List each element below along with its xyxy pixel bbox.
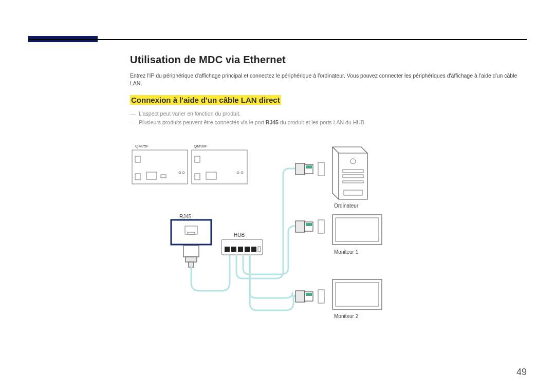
- rj45-plug: [183, 246, 199, 267]
- svg-rect-46: [336, 283, 379, 306]
- diagram-svg: [131, 144, 398, 329]
- svg-rect-23: [245, 247, 250, 252]
- monitor2-label: Moniteur 2: [334, 313, 358, 319]
- svg-rect-35: [295, 221, 305, 232]
- svg-rect-22: [238, 247, 243, 252]
- svg-point-11: [237, 172, 239, 174]
- svg-rect-24: [251, 247, 256, 252]
- svg-point-12: [241, 172, 243, 174]
- computer-label: Ordinateur: [334, 203, 358, 209]
- page-number: 49: [516, 367, 527, 378]
- plug-to-monitor2: [295, 290, 324, 303]
- dash-icon: ―: [130, 110, 137, 117]
- svg-rect-16: [183, 246, 199, 257]
- svg-rect-17: [186, 257, 197, 262]
- svg-point-6: [182, 172, 184, 174]
- monitor-1: [332, 215, 382, 245]
- svg-rect-37: [306, 223, 312, 226]
- note-line-1: ― L'aspect peut varier en fonction du pr…: [130, 110, 526, 117]
- svg-rect-31: [343, 170, 363, 173]
- svg-rect-25: [258, 247, 261, 252]
- svg-rect-33: [343, 181, 363, 183]
- svg-point-30: [350, 159, 356, 164]
- svg-rect-20: [225, 247, 230, 252]
- svg-rect-15: [188, 232, 195, 234]
- svg-rect-29: [318, 162, 324, 176]
- svg-rect-40: [336, 218, 379, 241]
- model-a-label: QM75F: [135, 144, 149, 148]
- rj45-closeup: [171, 220, 211, 245]
- svg-rect-28: [306, 165, 312, 169]
- plug-to-monitor1: [295, 220, 324, 233]
- svg-rect-26: [295, 163, 305, 175]
- model-b-label: QM98F: [194, 144, 208, 148]
- dash-icon: ―: [130, 119, 137, 125]
- monitor1-label: Moniteur 1: [334, 249, 358, 255]
- note-line-2: ― Plusieurs produits peuvent être connec…: [130, 119, 526, 125]
- svg-rect-21: [231, 247, 236, 252]
- section-heading: Utilisation de MDC via Ethernet: [130, 54, 286, 66]
- svg-rect-41: [295, 291, 305, 302]
- rj45-label: RJ45: [179, 214, 191, 219]
- monitor-2: [332, 279, 382, 309]
- svg-rect-34: [344, 190, 362, 195]
- computer-tower: [332, 147, 367, 199]
- panel-qm75f: [132, 150, 188, 184]
- svg-rect-32: [343, 175, 363, 178]
- manual-page: Utilisation de MDC via Ethernet Entrez l…: [0, 0, 555, 392]
- connection-diagram: QM75F QM98F RJ45 HUB Ordinateur Moniteur…: [131, 144, 398, 329]
- hub-label: HUB: [234, 232, 245, 238]
- hub-device: [221, 239, 263, 255]
- svg-point-5: [179, 172, 181, 174]
- plug-to-computer: [295, 162, 324, 176]
- svg-rect-3: [146, 172, 157, 179]
- note-text: L'aspect peut varier en fonction du prod…: [139, 110, 240, 117]
- note-text: Plusieurs produits peuvent être connecté…: [139, 119, 366, 125]
- panel-qm98f: [192, 150, 247, 184]
- subsection-heading: Connexion à l'aide d'un câble LAN direct: [130, 95, 281, 105]
- bold-rj45: RJ45: [266, 119, 279, 125]
- intro-paragraph: Entrez l'IP du périphérique d'affichage …: [130, 72, 526, 87]
- svg-rect-43: [306, 293, 312, 296]
- svg-rect-38: [318, 220, 324, 233]
- horizontal-rule: [28, 39, 527, 40]
- svg-rect-44: [318, 290, 324, 303]
- svg-rect-4: [161, 175, 166, 178]
- svg-rect-10: [206, 172, 216, 179]
- subsection-heading-wrap: Connexion à l'aide d'un câble LAN direct: [130, 96, 281, 105]
